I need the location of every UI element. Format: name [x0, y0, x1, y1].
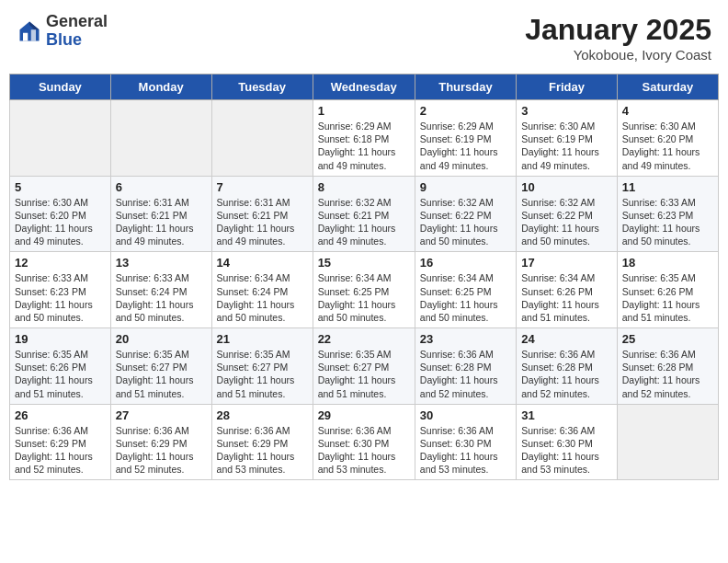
day-info: Sunrise: 6:32 AM Sunset: 6:22 PM Dayligh…	[420, 196, 511, 248]
day-info: Sunrise: 6:36 AM Sunset: 6:28 PM Dayligh…	[622, 348, 713, 400]
svg-rect-3	[31, 29, 36, 40]
calendar-cell: 28Sunrise: 6:36 AM Sunset: 6:29 PM Dayli…	[211, 404, 313, 480]
day-number: 19	[15, 332, 106, 346]
day-number: 15	[318, 256, 410, 270]
day-info: Sunrise: 6:30 AM Sunset: 6:20 PM Dayligh…	[622, 120, 713, 172]
day-info: Sunrise: 6:31 AM Sunset: 6:21 PM Dayligh…	[116, 196, 207, 248]
day-number: 28	[217, 408, 308, 422]
day-number: 27	[116, 408, 207, 422]
weekday-header-monday: Monday	[110, 75, 211, 100]
day-number: 4	[622, 104, 713, 118]
logo: General Blue	[17, 13, 108, 50]
day-info: Sunrise: 6:36 AM Sunset: 6:29 PM Dayligh…	[116, 424, 207, 477]
calendar-cell: 6Sunrise: 6:31 AM Sunset: 6:21 PM Daylig…	[110, 176, 211, 252]
calendar-cell: 15Sunrise: 6:34 AM Sunset: 6:25 PM Dayli…	[313, 252, 415, 328]
calendar-cell: 26Sunrise: 6:36 AM Sunset: 6:29 PM Dayli…	[10, 404, 111, 480]
calendar-week-3: 12Sunrise: 6:33 AM Sunset: 6:23 PM Dayli…	[10, 252, 719, 328]
day-info: Sunrise: 6:29 AM Sunset: 6:18 PM Dayligh…	[318, 120, 410, 172]
calendar-cell: 20Sunrise: 6:35 AM Sunset: 6:27 PM Dayli…	[110, 328, 211, 405]
calendar-week-2: 5Sunrise: 6:30 AM Sunset: 6:20 PM Daylig…	[10, 176, 719, 252]
day-number: 10	[521, 180, 612, 194]
day-info: Sunrise: 6:34 AM Sunset: 6:24 PM Dayligh…	[217, 271, 308, 324]
day-number: 31	[521, 408, 612, 422]
day-info: Sunrise: 6:35 AM Sunset: 6:26 PM Dayligh…	[15, 348, 106, 400]
day-number: 12	[15, 256, 106, 270]
day-number: 6	[116, 180, 207, 194]
calendar-cell: 29Sunrise: 6:36 AM Sunset: 6:30 PM Dayli…	[313, 404, 415, 480]
calendar-cell: 9Sunrise: 6:32 AM Sunset: 6:22 PM Daylig…	[415, 176, 516, 252]
day-info: Sunrise: 6:33 AM Sunset: 6:24 PM Dayligh…	[116, 271, 207, 324]
day-number: 16	[420, 256, 511, 270]
day-number: 18	[622, 256, 713, 270]
calendar-cell: 22Sunrise: 6:35 AM Sunset: 6:27 PM Dayli…	[313, 328, 415, 405]
calendar-cell: 27Sunrise: 6:36 AM Sunset: 6:29 PM Dayli…	[110, 404, 211, 480]
day-number: 9	[420, 180, 511, 194]
calendar-week-1: 1Sunrise: 6:29 AM Sunset: 6:18 PM Daylig…	[10, 100, 719, 177]
day-info: Sunrise: 6:36 AM Sunset: 6:28 PM Dayligh…	[521, 348, 612, 400]
day-info: Sunrise: 6:36 AM Sunset: 6:30 PM Dayligh…	[420, 424, 511, 477]
day-number: 3	[521, 104, 612, 118]
page-header: General Blue January 2025 Yokoboue, Ivor…	[9, 9, 719, 66]
svg-rect-2	[23, 33, 28, 41]
day-number: 2	[420, 104, 511, 118]
day-number: 29	[318, 408, 410, 422]
calendar-cell: 13Sunrise: 6:33 AM Sunset: 6:24 PM Dayli…	[110, 252, 211, 328]
weekday-header-friday: Friday	[517, 75, 618, 100]
day-info: Sunrise: 6:35 AM Sunset: 6:27 PM Dayligh…	[318, 348, 410, 400]
calendar-cell	[211, 100, 313, 177]
day-info: Sunrise: 6:30 AM Sunset: 6:19 PM Dayligh…	[521, 120, 612, 172]
calendar-cell: 2Sunrise: 6:29 AM Sunset: 6:19 PM Daylig…	[415, 100, 516, 177]
calendar-cell: 1Sunrise: 6:29 AM Sunset: 6:18 PM Daylig…	[313, 100, 415, 177]
day-info: Sunrise: 6:31 AM Sunset: 6:21 PM Dayligh…	[217, 196, 308, 248]
calendar-cell: 25Sunrise: 6:36 AM Sunset: 6:28 PM Dayli…	[617, 328, 718, 405]
day-info: Sunrise: 6:32 AM Sunset: 6:22 PM Dayligh…	[521, 196, 612, 248]
calendar-table: SundayMondayTuesdayWednesdayThursdayFrid…	[9, 74, 719, 480]
day-info: Sunrise: 6:29 AM Sunset: 6:19 PM Dayligh…	[420, 120, 511, 172]
day-info: Sunrise: 6:36 AM Sunset: 6:28 PM Dayligh…	[420, 348, 511, 400]
calendar-cell: 30Sunrise: 6:36 AM Sunset: 6:30 PM Dayli…	[415, 404, 516, 480]
title-block: January 2025 Yokoboue, Ivory Coast	[525, 13, 711, 63]
calendar-cell: 21Sunrise: 6:35 AM Sunset: 6:27 PM Dayli…	[211, 328, 313, 405]
calendar-cell: 31Sunrise: 6:36 AM Sunset: 6:30 PM Dayli…	[517, 404, 618, 480]
day-info: Sunrise: 6:36 AM Sunset: 6:29 PM Dayligh…	[15, 424, 106, 477]
location-subtitle: Yokoboue, Ivory Coast	[525, 47, 711, 63]
weekday-header-sunday: Sunday	[10, 75, 111, 100]
day-number: 25	[622, 332, 713, 346]
calendar-cell: 12Sunrise: 6:33 AM Sunset: 6:23 PM Dayli…	[10, 252, 111, 328]
calendar-cell: 17Sunrise: 6:34 AM Sunset: 6:26 PM Dayli…	[517, 252, 618, 328]
day-number: 8	[318, 180, 410, 194]
calendar-cell: 4Sunrise: 6:30 AM Sunset: 6:20 PM Daylig…	[617, 100, 718, 177]
day-number: 30	[420, 408, 511, 422]
day-number: 14	[217, 256, 308, 270]
calendar-cell: 24Sunrise: 6:36 AM Sunset: 6:28 PM Dayli…	[517, 328, 618, 405]
day-info: Sunrise: 6:32 AM Sunset: 6:21 PM Dayligh…	[318, 196, 410, 248]
calendar-week-5: 26Sunrise: 6:36 AM Sunset: 6:29 PM Dayli…	[10, 404, 719, 480]
day-number: 7	[217, 180, 308, 194]
calendar-cell: 10Sunrise: 6:32 AM Sunset: 6:22 PM Dayli…	[517, 176, 618, 252]
day-info: Sunrise: 6:35 AM Sunset: 6:27 PM Dayligh…	[116, 348, 207, 400]
calendar-cell	[110, 100, 211, 177]
day-number: 23	[420, 332, 511, 346]
logo-icon	[17, 18, 42, 44]
calendar-cell: 14Sunrise: 6:34 AM Sunset: 6:24 PM Dayli…	[211, 252, 313, 328]
day-number: 13	[116, 256, 207, 270]
day-info: Sunrise: 6:34 AM Sunset: 6:25 PM Dayligh…	[318, 271, 410, 324]
calendar-cell: 11Sunrise: 6:33 AM Sunset: 6:23 PM Dayli…	[617, 176, 718, 252]
day-info: Sunrise: 6:36 AM Sunset: 6:29 PM Dayligh…	[217, 424, 308, 477]
weekday-header-wednesday: Wednesday	[313, 75, 415, 100]
calendar-cell: 19Sunrise: 6:35 AM Sunset: 6:26 PM Dayli…	[10, 328, 111, 405]
day-info: Sunrise: 6:34 AM Sunset: 6:25 PM Dayligh…	[420, 271, 511, 324]
month-title: January 2025	[525, 13, 711, 47]
day-info: Sunrise: 6:35 AM Sunset: 6:27 PM Dayligh…	[217, 348, 308, 400]
day-info: Sunrise: 6:36 AM Sunset: 6:30 PM Dayligh…	[318, 424, 410, 477]
weekday-header-saturday: Saturday	[617, 75, 718, 100]
calendar-cell: 23Sunrise: 6:36 AM Sunset: 6:28 PM Dayli…	[415, 328, 516, 405]
calendar-week-4: 19Sunrise: 6:35 AM Sunset: 6:26 PM Dayli…	[10, 328, 719, 405]
calendar-cell	[10, 100, 111, 177]
day-number: 11	[622, 180, 713, 194]
day-number: 24	[521, 332, 612, 346]
calendar-cell: 8Sunrise: 6:32 AM Sunset: 6:21 PM Daylig…	[313, 176, 415, 252]
day-number: 21	[217, 332, 308, 346]
weekday-header-row: SundayMondayTuesdayWednesdayThursdayFrid…	[10, 75, 719, 100]
calendar-cell: 5Sunrise: 6:30 AM Sunset: 6:20 PM Daylig…	[10, 176, 111, 252]
